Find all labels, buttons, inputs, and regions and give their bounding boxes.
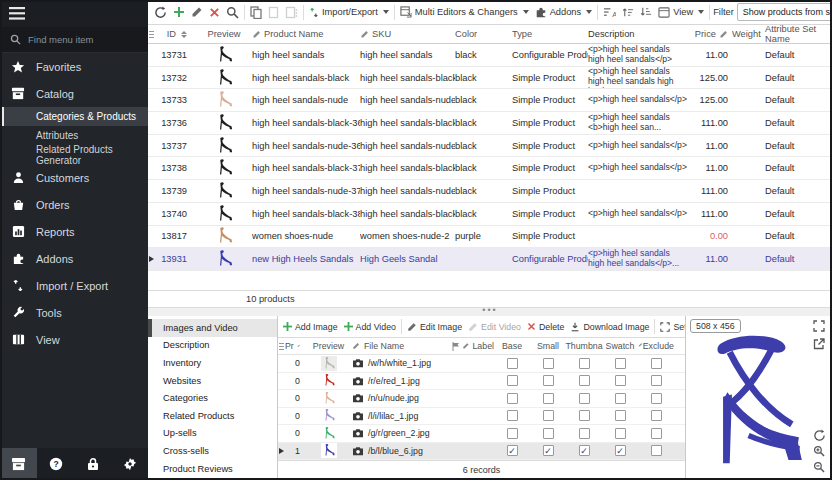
thumbnail-checkbox[interactable] xyxy=(579,358,590,369)
small-checkbox[interactable] xyxy=(543,393,554,404)
swatch-checkbox[interactable] xyxy=(615,428,626,439)
tab-images-and-video[interactable]: Images and Video xyxy=(148,319,277,337)
edit-video-button[interactable]: Edit Video xyxy=(465,317,524,337)
column-header-preview[interactable]: Preview xyxy=(305,341,352,351)
table-row[interactable]: 13817 women shoes-nude women shoes-nude-… xyxy=(148,226,832,249)
import-export-menu[interactable]: Import/Export xyxy=(306,2,392,22)
sidebar-search[interactable] xyxy=(0,27,148,53)
table-row[interactable]: 13736 high heel sandals-black-36 high he… xyxy=(148,112,832,135)
column-header-product-name[interactable]: Product Name xyxy=(252,29,360,39)
small-checkbox[interactable] xyxy=(543,410,554,421)
view-menu[interactable]: View xyxy=(655,2,707,22)
rotate-icon[interactable] xyxy=(813,429,826,442)
zoom-out-icon[interactable] xyxy=(813,461,826,474)
column-header-price[interactable]: Price xyxy=(692,29,732,39)
column-header-label[interactable]: Label xyxy=(462,341,494,351)
swatch-checkbox[interactable] xyxy=(615,410,626,421)
edit-image-button[interactable]: Edit Image xyxy=(404,317,465,337)
exclude-checkbox[interactable] xyxy=(651,410,662,421)
sidebar-item-import-export[interactable]: Import / Export xyxy=(0,272,148,299)
collapse-tree-button[interactable] xyxy=(637,2,655,22)
column-header-flag[interactable] xyxy=(450,342,462,351)
table-row[interactable]: 13731 high heel sandals high heel sandal… xyxy=(148,44,832,67)
tab-up-sells[interactable]: Up-sells xyxy=(148,425,277,443)
thumbnail-checkbox[interactable] xyxy=(579,375,590,386)
expand-tree-button[interactable] xyxy=(619,2,637,22)
refresh-button[interactable] xyxy=(151,2,170,22)
help-button[interactable]: ? xyxy=(37,448,74,480)
image-row[interactable]: 0 /r/e/red_1.jpg xyxy=(278,373,685,391)
thumbnail-checkbox[interactable] xyxy=(579,428,590,439)
tab-cross-sells[interactable]: Cross-sells xyxy=(148,442,277,460)
multi-editors-menu[interactable]: Multi Editors & Changers xyxy=(397,2,532,22)
column-header-thumbnail[interactable]: Thumbna xyxy=(566,341,602,351)
edit-product-button[interactable] xyxy=(188,2,206,22)
lock-button[interactable] xyxy=(74,448,111,480)
download-image-button[interactable]: Download Image xyxy=(567,317,652,337)
row-expand-arrow[interactable] xyxy=(279,448,284,454)
column-header-small[interactable]: Small xyxy=(530,341,566,351)
column-header-base[interactable]: Base xyxy=(494,341,530,351)
table-row[interactable]: 13732 high heel sandals-black high heel … xyxy=(148,67,832,90)
sidebar-item-related-products-generator[interactable]: Related Products Generator xyxy=(0,145,148,164)
image-row[interactable]: 0 /g/r/green_2.jpg xyxy=(278,425,685,443)
add-product-button[interactable] xyxy=(170,2,188,22)
sidebar-item-view[interactable]: View xyxy=(0,326,148,353)
sidebar-item-catalog[interactable]: Catalog xyxy=(0,80,148,107)
thumbnail-checkbox[interactable] xyxy=(579,393,590,404)
exclude-checkbox[interactable] xyxy=(651,375,662,386)
small-checkbox[interactable] xyxy=(543,445,554,456)
store-button[interactable] xyxy=(0,448,37,480)
column-header-type[interactable]: Type xyxy=(512,29,588,39)
table-row[interactable]: 13733 high heel sandals-nude high heel s… xyxy=(148,89,832,112)
swatch-checkbox[interactable] xyxy=(615,445,626,456)
table-row-selected[interactable]: 13931 new High Heels Sandals High Geels … xyxy=(148,248,832,271)
column-header-description[interactable]: Description xyxy=(588,29,692,40)
base-checkbox[interactable] xyxy=(507,358,518,369)
thumbnail-checkbox[interactable] xyxy=(579,410,590,421)
base-checkbox[interactable] xyxy=(507,445,518,456)
delete-image-button[interactable]: Delete xyxy=(524,317,567,337)
sidebar-item-categories-products[interactable]: Categories & Products xyxy=(0,107,148,126)
paste-button[interactable] xyxy=(265,2,282,22)
table-row[interactable]: 13738 high heel sandals-black-37 high he… xyxy=(148,157,832,180)
column-header-pr[interactable]: Pr xyxy=(285,341,305,351)
column-header-preview[interactable]: Preview xyxy=(196,29,252,39)
exclude-checkbox[interactable] xyxy=(651,428,662,439)
settings-button[interactable] xyxy=(111,448,148,480)
sidebar-item-orders[interactable]: Orders xyxy=(0,191,148,218)
tab-websites[interactable]: Websites xyxy=(148,372,277,390)
sidebar-item-reports[interactable]: Reports xyxy=(0,218,148,245)
sort-az-button[interactable]: A xyxy=(600,2,619,22)
column-header-color[interactable]: Color xyxy=(455,29,512,39)
fullscreen-icon[interactable] xyxy=(813,320,826,333)
search-input[interactable] xyxy=(28,34,128,45)
base-checkbox[interactable] xyxy=(507,410,518,421)
copy-button[interactable] xyxy=(247,2,265,22)
tab-categories[interactable]: Categories xyxy=(148,389,277,407)
swatch-checkbox[interactable] xyxy=(615,393,626,404)
column-header-id[interactable]: ID xyxy=(155,29,196,39)
column-header-exclude[interactable]: Exclude xyxy=(638,341,674,351)
tab-product-reviews[interactable]: Product Reviews xyxy=(148,460,277,478)
small-checkbox[interactable] xyxy=(543,358,554,369)
zoom-in-icon[interactable] xyxy=(813,445,826,458)
image-row[interactable]: 0 /n/u/nude.jpg xyxy=(278,390,685,408)
exclude-checkbox[interactable] xyxy=(651,393,662,404)
horizontal-splitter[interactable]: ••• xyxy=(148,308,832,316)
exclude-checkbox[interactable] xyxy=(651,358,662,369)
sidebar-item-attributes[interactable]: Attributes xyxy=(0,126,148,145)
table-row[interactable]: 13739 high heel sandals-nude-37 high hee… xyxy=(148,180,832,203)
swatch-checkbox[interactable] xyxy=(615,375,626,386)
column-header-attribute-set[interactable]: Attribute Set Name xyxy=(763,24,830,44)
swatch-checkbox[interactable] xyxy=(615,358,626,369)
sidebar-item-favorites[interactable]: Favorites xyxy=(0,53,148,80)
sidebar-item-addons[interactable]: Addons xyxy=(0,245,148,272)
image-row[interactable]: 0 /l/i/lilac_1.jpg xyxy=(278,408,685,426)
table-row[interactable]: 13737 high heel sandals-nude-36 high hee… xyxy=(148,135,832,158)
row-expand-arrow[interactable] xyxy=(149,256,154,262)
small-checkbox[interactable] xyxy=(543,375,554,386)
image-row[interactable]: 0 /w/h/white_1.jpg xyxy=(278,355,685,373)
sidebar-item-customers[interactable]: Customers xyxy=(0,164,148,191)
hamburger-menu-button[interactable] xyxy=(0,0,148,27)
